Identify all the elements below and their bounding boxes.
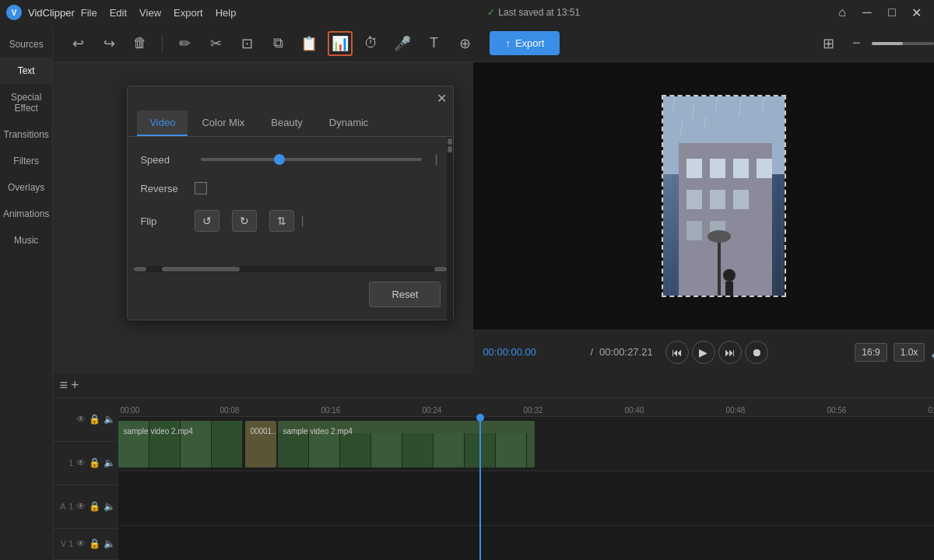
tab-dynamic[interactable]: Dynamic: [317, 110, 381, 136]
track-row-1: sample video 2.mp4 00001...: [118, 417, 934, 471]
delete-button[interactable]: 🗑: [128, 31, 153, 56]
sidebar-item-special-effect[interactable]: Special Effect: [0, 84, 52, 121]
svg-point-19: [708, 230, 731, 243]
split-button[interactable]: ✂: [203, 31, 228, 56]
speed-slider[interactable]: [201, 158, 422, 161]
sidebar-item-transitions[interactable]: Transitions: [0, 121, 52, 148]
text-overlay-button[interactable]: T: [421, 31, 446, 56]
minimize-button[interactable]: ─: [856, 2, 878, 23]
flip-right-button[interactable]: ↻: [232, 210, 257, 232]
playhead[interactable]: [479, 417, 481, 560]
stop-button[interactable]: ⏺: [745, 341, 768, 364]
track-ctrl-2: 1 👁 🔒 🔈: [53, 442, 118, 485]
svg-rect-5: [757, 159, 772, 178]
hscroll-thumb[interactable]: [162, 267, 240, 271]
play-backward-button[interactable]: ⏮: [665, 341, 689, 364]
track-row-2: [118, 471, 934, 526]
sidebar-item-overlays[interactable]: Overlays: [0, 174, 52, 201]
timeline-header: ≡ +: [53, 373, 934, 398]
maximize-button[interactable]: □: [881, 2, 903, 23]
track-ctrl-4: V 1 👁 🔒 🔈: [53, 529, 118, 560]
aspect-ratio-select[interactable]: 16:9: [855, 343, 887, 362]
dialog-close-button[interactable]: ✕: [437, 91, 447, 106]
tab-video[interactable]: Video: [137, 110, 188, 136]
play-button[interactable]: ▶: [692, 341, 715, 364]
menu-export[interactable]: Export: [174, 7, 203, 19]
sidebar: Sources Text Special Effect Transitions …: [0, 25, 53, 560]
play-forward-button[interactable]: ⏭: [718, 341, 742, 364]
sidebar-item-music[interactable]: Music: [0, 227, 52, 254]
toolbar-divider-1: [162, 34, 163, 53]
track-eye-icon-2[interactable]: 👁: [76, 457, 86, 468]
mic-button[interactable]: 🎤: [390, 31, 415, 56]
track-lock-icon-2[interactable]: 🔒: [89, 457, 100, 468]
tab-color-mix[interactable]: Color Mix: [189, 110, 257, 136]
toolbar: ↩ ↪ 🗑 ✏ ✂ ⊡ ⧉ 📋 📊 ⏱ 🎤 T ⊕ ↑ Export ⊞ −: [53, 25, 934, 62]
track-area[interactable]: 00:00 00:08 00:16 00:24 00:32 00:40 00:4…: [118, 398, 934, 560]
svg-rect-3: [710, 159, 725, 178]
track-label-A: A: [60, 502, 65, 511]
track-lock-icon-4[interactable]: 🔒: [89, 538, 100, 549]
sidebar-item-sources[interactable]: Sources: [0, 31, 52, 58]
menu-edit[interactable]: Edit: [110, 7, 127, 19]
flip-vertical-button[interactable]: ⇅: [269, 210, 294, 232]
reset-button[interactable]: Reset: [369, 282, 441, 307]
edit-button[interactable]: ✏: [172, 31, 197, 56]
track-controls: 👁 🔒 🔈 1 👁 🔒 🔈 A 1 👁 🔒: [53, 398, 118, 560]
volume-icon[interactable]: 🔊: [931, 345, 934, 359]
paste-button[interactable]: 📋: [297, 31, 321, 56]
track-lock-icon-1[interactable]: 🔒: [89, 414, 100, 425]
menu-icon[interactable]: ≡: [59, 377, 68, 394]
time-mark-6: 00:48: [725, 406, 745, 415]
flip-buttons: ↺ ↻ ⇅: [195, 210, 294, 232]
flip-row: Flip ↺ ↻ ⇅ |: [140, 210, 441, 232]
tab-beauty[interactable]: Beauty: [258, 110, 314, 136]
sidebar-item-animations[interactable]: Animations: [0, 201, 52, 227]
close-button[interactable]: ✕: [906, 2, 928, 23]
add-track-button[interactable]: +: [71, 377, 79, 394]
track-eye-icon-3[interactable]: 👁: [76, 501, 86, 512]
home-button[interactable]: ⌂: [831, 2, 853, 23]
time-total: 00:00:27.21: [599, 346, 653, 358]
crop-button[interactable]: ⊡: [234, 31, 259, 56]
zoom-controls: ⊞ − +: [816, 31, 934, 56]
dialog-scrollbar[interactable]: [447, 137, 453, 324]
track-audio-icon-1[interactable]: 🔈: [104, 414, 115, 425]
copy-button[interactable]: ⧉: [265, 31, 290, 56]
menu-help[interactable]: Help: [216, 7, 237, 19]
time-mark-1: 00:08: [219, 406, 239, 415]
undo-button[interactable]: ↩: [65, 31, 90, 56]
chart-button[interactable]: 📊: [328, 31, 353, 56]
zoom-track[interactable]: [872, 42, 934, 45]
track-audio-icon-2[interactable]: 🔈: [104, 457, 115, 468]
track-row-3: [118, 526, 934, 560]
menu-file[interactable]: File: [81, 7, 97, 19]
track-eye-icon-1[interactable]: 👁: [76, 414, 86, 425]
time-mark-4: 00:32: [523, 406, 542, 415]
redo-button[interactable]: ↪: [97, 31, 121, 56]
sidebar-item-text[interactable]: Text: [0, 58, 52, 84]
menu-view[interactable]: View: [139, 7, 161, 19]
sidebar-item-filters[interactable]: Filters: [0, 148, 52, 174]
zoom-out-button[interactable]: −: [844, 31, 869, 56]
playback-controls: ⏮ ▶ ⏭ ⏺: [665, 341, 768, 364]
fit-screen-button[interactable]: ⊞: [816, 31, 841, 56]
clock-button[interactable]: ⏱: [359, 31, 384, 56]
timeline-body: 👁 🔒 🔈 1 👁 🔒 🔈 A 1 👁 🔒: [53, 398, 934, 560]
track-audio-icon-3[interactable]: 🔈: [104, 501, 115, 512]
video-clip-1[interactable]: sample video 2.mp4: [118, 421, 243, 467]
track-lock-icon-3[interactable]: 🔒: [89, 501, 100, 512]
time-mark-8: 01:04: [928, 406, 934, 415]
zoom-level-select[interactable]: 1.0x: [894, 343, 925, 362]
video-clip-3[interactable]: sample video 2.mp4: [278, 421, 535, 467]
svg-rect-9: [686, 221, 702, 240]
reverse-checkbox[interactable]: [195, 182, 207, 194]
sticker-button[interactable]: ⊕: [452, 31, 477, 56]
flip-left-button[interactable]: ↺: [195, 210, 219, 232]
track-audio-icon-4[interactable]: 🔈: [104, 538, 115, 549]
export-button[interactable]: ↑ Export: [490, 31, 560, 55]
dialog-hscroll[interactable]: [134, 266, 447, 272]
video-clip-2[interactable]: 00001...: [245, 421, 276, 467]
reverse-label: Reverse: [140, 183, 195, 194]
track-eye-icon-4[interactable]: 👁: [76, 538, 86, 549]
